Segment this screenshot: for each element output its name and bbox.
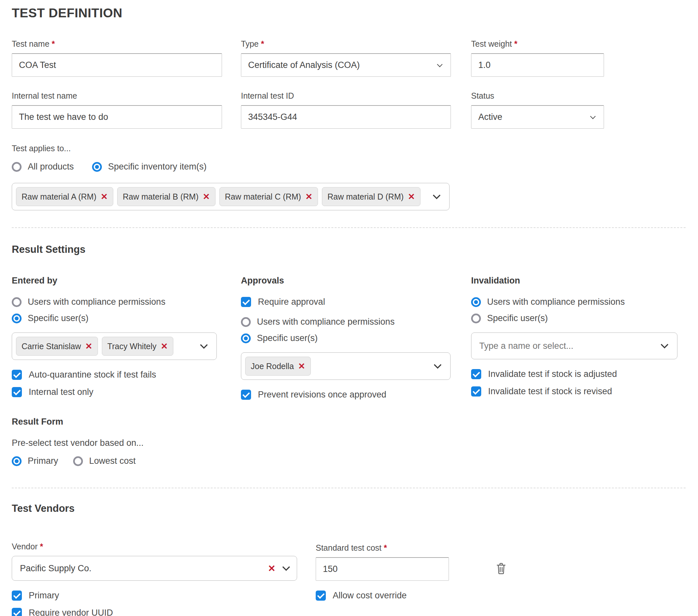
approvals-users-multiselect[interactable]: Joe Rodella ✕ xyxy=(241,353,450,380)
checkbox-icon xyxy=(12,370,22,380)
page-title: TEST DEFINITION xyxy=(12,6,686,20)
internal-test-name-input[interactable] xyxy=(12,105,222,129)
vendor-select[interactable]: Pacific Supply Co. ✕ xyxy=(12,556,297,581)
tag-label: Carrie Stanislaw xyxy=(22,342,81,351)
chevron-down-icon xyxy=(200,341,208,349)
checkbox-label: Internal test only xyxy=(29,387,93,397)
approvals-column: Approvals Require approval Users with co… xyxy=(241,276,471,466)
remove-tag-icon[interactable]: ✕ xyxy=(85,342,93,351)
approvals-option-specific-users[interactable]: Specific user(s) xyxy=(241,333,450,343)
required-asterisk: * xyxy=(384,543,387,552)
applies-to-radio-group: All products Specific inventory item(s) xyxy=(12,162,686,172)
radio-icon xyxy=(12,297,22,307)
section-divider xyxy=(12,488,686,488)
remove-tag-icon[interactable]: ✕ xyxy=(298,362,305,370)
entered-by-option-compliance[interactable]: Users with compliance permissions xyxy=(12,297,217,307)
remove-tag-icon[interactable]: ✕ xyxy=(305,192,312,201)
remove-tag-icon[interactable]: ✕ xyxy=(408,192,415,201)
tag-label: Joe Rodella xyxy=(251,361,294,371)
radio-option-lowest-cost[interactable]: Lowest cost xyxy=(73,456,136,466)
required-asterisk: * xyxy=(52,39,55,48)
entered-by-users-multiselect[interactable]: Carrie Stanislaw ✕ Tracy Whitely ✕ xyxy=(12,332,217,360)
type-select[interactable]: Certificate of Analysis (COA) xyxy=(241,53,451,77)
test-weight-label-text: Test weight xyxy=(471,39,512,48)
selected-item-tag: Raw material D (RM) ✕ xyxy=(322,187,420,206)
entered-by-option-specific-users[interactable]: Specific user(s) xyxy=(12,313,217,323)
invalidation-users-combobox[interactable] xyxy=(471,332,678,359)
type-label: Type* xyxy=(241,39,471,49)
invalidation-option-compliance[interactable]: Users with compliance permissions xyxy=(471,297,678,307)
radio-label: Users with compliance permissions xyxy=(28,297,166,307)
checkbox-icon xyxy=(471,386,481,397)
vendor-primary-checkbox[interactable]: Primary xyxy=(12,590,297,601)
test-weight-input[interactable] xyxy=(471,53,604,77)
remove-tag-icon[interactable]: ✕ xyxy=(160,342,168,351)
selected-item-tag: Raw material B (RM) ✕ xyxy=(117,187,215,206)
checkbox-icon xyxy=(316,590,326,601)
test-name-label-text: Test name xyxy=(12,39,49,48)
chevron-down-icon xyxy=(590,113,596,119)
clear-vendor-icon[interactable]: ✕ xyxy=(268,563,276,574)
internal-test-name-label: Internal test name xyxy=(12,91,241,100)
required-asterisk: * xyxy=(40,542,43,551)
checkbox-label: Require approval xyxy=(258,297,325,307)
selected-item-tag: Raw material C (RM) ✕ xyxy=(219,187,318,206)
checkbox-icon xyxy=(241,297,251,307)
require-vendor-uuid-checkbox[interactable]: Require vendor UUID xyxy=(12,608,297,616)
invalidation-option-specific-users[interactable]: Specific user(s) xyxy=(471,313,678,323)
radio-icon xyxy=(73,456,83,466)
type-label-text: Type xyxy=(241,39,259,48)
vendor-select-value: Pacific Supply Co. xyxy=(20,563,92,574)
radio-option-all-products[interactable]: All products xyxy=(12,162,74,172)
invalidate-if-adjusted-checkbox[interactable]: Invalidate test if stock is adjusted xyxy=(471,369,678,379)
checkbox-icon xyxy=(12,608,22,616)
required-asterisk: * xyxy=(514,39,517,48)
remove-tag-icon[interactable]: ✕ xyxy=(203,192,210,201)
radio-label: Primary xyxy=(28,456,58,466)
tag-label: Tracy Whitely xyxy=(108,342,156,351)
radio-option-primary[interactable]: Primary xyxy=(12,456,58,466)
approvals-option-compliance[interactable]: Users with compliance permissions xyxy=(241,317,450,327)
definition-row-2: Internal test name Internal test ID Stat… xyxy=(12,91,686,129)
checkbox-label: Invalidate test if stock is revised xyxy=(488,386,612,397)
prevent-revisions-checkbox[interactable]: Prevent revisions once approved xyxy=(241,389,450,400)
standard-test-cost-input[interactable] xyxy=(316,557,449,581)
chevron-down-icon xyxy=(433,191,441,199)
checkbox-label: Allow cost override xyxy=(333,590,407,601)
radio-icon xyxy=(471,297,481,307)
require-approval-checkbox[interactable]: Require approval xyxy=(241,297,450,307)
required-asterisk: * xyxy=(261,39,264,48)
radio-option-specific-inventory-items[interactable]: Specific inventory item(s) xyxy=(92,162,207,172)
vendor-checkbox-row: Primary Require vendor UUID Allow cost o… xyxy=(12,590,686,616)
invalidation-users-input[interactable] xyxy=(479,333,662,359)
allow-cost-override-checkbox[interactable]: Allow cost override xyxy=(316,590,449,601)
selected-item-tag: Raw material A (RM) ✕ xyxy=(16,187,113,206)
result-settings-heading: Result Settings xyxy=(12,244,686,256)
radio-icon xyxy=(241,333,251,343)
radio-label: Specific user(s) xyxy=(487,313,548,323)
radio-label: Lowest cost xyxy=(89,456,136,466)
remove-tag-icon[interactable]: ✕ xyxy=(100,192,108,201)
status-select-value: Active xyxy=(478,112,502,122)
checkbox-icon xyxy=(241,389,251,400)
chevron-down-icon xyxy=(660,341,668,348)
test-name-input[interactable] xyxy=(12,53,222,77)
radio-label: All products xyxy=(28,162,74,172)
internal-test-only-checkbox[interactable]: Internal test only xyxy=(12,387,217,397)
standard-test-cost-label: Standard test cost* xyxy=(316,543,449,553)
vendor-row: Vendor* Pacific Supply Co. ✕ Standard te… xyxy=(12,542,686,581)
selected-user-tag: Tracy Whitely ✕ xyxy=(102,337,173,356)
standard-test-cost-label-text: Standard test cost xyxy=(316,543,382,552)
test-name-label: Test name* xyxy=(12,39,241,49)
auto-quarantine-checkbox[interactable]: Auto-quarantine stock if test fails xyxy=(12,370,217,380)
radio-label: Specific user(s) xyxy=(257,333,318,343)
internal-test-id-input[interactable] xyxy=(241,105,451,129)
status-label: Status xyxy=(471,91,608,100)
invalidate-if-revised-checkbox[interactable]: Invalidate test if stock is revised xyxy=(471,386,678,397)
radio-label: Users with compliance permissions xyxy=(257,317,395,327)
checkbox-label: Prevent revisions once approved xyxy=(258,389,386,400)
status-select[interactable]: Active xyxy=(471,105,604,129)
delete-vendor-button[interactable] xyxy=(495,562,507,575)
radio-label: Specific inventory item(s) xyxy=(108,162,207,172)
inventory-items-multiselect[interactable]: Raw material A (RM) ✕ Raw material B (RM… xyxy=(12,183,449,210)
